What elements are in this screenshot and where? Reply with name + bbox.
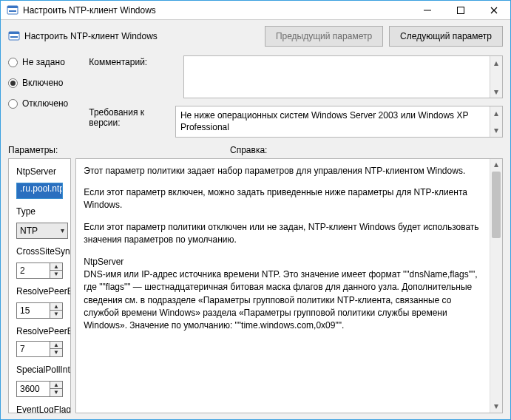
policy-title: Настроить NTP-клиент Windows <box>24 31 259 41</box>
svg-rect-6 <box>9 32 19 34</box>
spin-up-icon[interactable]: ▲ <box>50 303 62 311</box>
help-paragraph: Если этот параметр включен, можно задать… <box>84 186 486 212</box>
resolvepeerbackoffminutes-row: ResolvePeerBackoffMinutes ▲▼ <box>16 286 63 319</box>
scrollbar[interactable]: ▴ ▾ <box>490 106 502 136</box>
scroll-up-icon[interactable]: ▴ <box>490 56 502 69</box>
comment-label: Комментарий: <box>89 55 177 67</box>
type-row: Type NTP ▾ <box>16 206 63 239</box>
spin-up-icon[interactable]: ▲ <box>50 382 62 390</box>
window-controls <box>410 1 510 19</box>
help-text: DNS-имя или IP-адрес источника времени N… <box>84 269 477 331</box>
meta-column: Комментарий: ▴ ▾ Требования к версии: Не… <box>89 55 503 137</box>
scroll-track[interactable] <box>490 172 502 400</box>
spin-down-icon[interactable]: ▼ <box>50 389 62 396</box>
window: Настроить NTP-клиент Windows Настроить N… <box>0 0 511 420</box>
type-value: NTP <box>20 226 38 236</box>
state-label-disabled: Отключено <box>22 98 68 109</box>
spin-down-icon[interactable]: ▼ <box>50 271 62 278</box>
lower-section: NtpServer .ru.pool.ntp.org,0x9 3.ru.pool… <box>1 158 510 419</box>
minimize-button[interactable] <box>410 1 444 19</box>
ntpserver-input[interactable]: .ru.pool.ntp.org,0x9 3.ru.pool.ntp.org,0… <box>16 183 63 199</box>
header-row: Настроить NTP-клиент Windows Предыдущий … <box>1 20 510 55</box>
state-label-not-configured: Не задано <box>22 57 65 67</box>
scrollbar[interactable]: ▴ ▾ <box>490 56 502 98</box>
help-subhead: NtpServer <box>84 257 123 267</box>
upper-section: Не задано Включено Отключено Комментарий… <box>1 55 510 141</box>
svg-rect-7 <box>10 36 18 38</box>
ntpserver-label: NtpServer <box>16 166 56 177</box>
resolvepeerbackoffminutes-label: ResolvePeerBackoffMinutes <box>16 286 71 297</box>
radio-icon <box>8 78 18 88</box>
svg-rect-2 <box>9 10 16 12</box>
specialpollinterval-row: SpecialPollInterval ▲▼ <box>16 365 63 397</box>
type-combobox[interactable]: NTP ▾ <box>16 223 68 239</box>
titlebar: Настроить NTP-клиент Windows <box>1 1 510 20</box>
state-radio-group: Не задано Включено Отключено <box>8 55 89 137</box>
help-paragraph: Если этот параметр политики отключен или… <box>84 221 486 247</box>
spin-up-icon[interactable]: ▲ <box>50 263 62 271</box>
crosssitesyncflags-row: CrossSiteSyncFlags ▲▼ <box>16 246 63 279</box>
spin-down-icon[interactable]: ▼ <box>50 311 62 318</box>
requirements-box: Не ниже операционных систем Windows Serv… <box>175 106 503 137</box>
window-title: Настроить NTP-клиент Windows <box>23 5 410 16</box>
prev-setting-button[interactable]: Предыдущий параметр <box>265 26 383 47</box>
requirements-label: Требования к версии: <box>89 106 169 128</box>
section-labels: Параметры: Справка: <box>1 142 510 158</box>
options-pane: NtpServer .ru.pool.ntp.org,0x9 3.ru.pool… <box>8 158 71 413</box>
radio-icon <box>8 58 18 67</box>
svg-rect-3 <box>424 10 431 10</box>
ntpserver-row: NtpServer .ru.pool.ntp.org,0x9 3.ru.pool… <box>16 166 63 199</box>
scroll-down-icon[interactable]: ▾ <box>490 124 502 137</box>
resolvepeerbackoffminutes-input[interactable] <box>17 303 50 318</box>
state-label-enabled: Включено <box>22 78 63 88</box>
eventlogflags-row: EventLogFlags ▲▼ <box>16 404 63 413</box>
state-radio-enabled[interactable]: Включено <box>8 78 89 88</box>
help-heading: Справка: <box>230 145 503 155</box>
comment-row: Комментарий: ▴ ▾ <box>89 55 503 98</box>
scrollbar[interactable]: ▴ ▾ <box>490 159 502 413</box>
svg-rect-1 <box>7 6 18 8</box>
help-pane: Этот параметр политики задает набор пара… <box>75 158 503 413</box>
radio-icon <box>8 99 18 109</box>
crosssitesyncflags-spinner[interactable]: ▲▼ <box>16 262 63 279</box>
close-button[interactable] <box>477 1 510 19</box>
eventlogflags-label: EventLogFlags <box>16 404 71 413</box>
options-heading: Параметры: <box>8 145 230 155</box>
scroll-down-icon[interactable]: ▾ <box>490 85 502 98</box>
state-radio-disabled[interactable]: Отключено <box>8 98 89 109</box>
resolvepeerbackoffmaxtimes-row: ▲▼ <box>16 341 63 357</box>
app-icon <box>7 4 18 16</box>
requirements-text: Не ниже операционных систем Windows Serv… <box>180 110 468 132</box>
resolvepeerbackoffmaxtimes-spinner[interactable]: ▲▼ <box>16 341 63 357</box>
resolvepeerbackoffmaxtimes-label: ResolvePeerBackoffMaxTimes <box>16 326 63 336</box>
crosssitesyncflags-input[interactable] <box>17 263 50 278</box>
comment-textarea[interactable]: ▴ ▾ <box>183 55 503 98</box>
type-label: Type <box>16 206 35 217</box>
help-paragraph: Этот параметр политики задает набор пара… <box>84 165 486 177</box>
resolvepeerbackoffmaxtimes-input[interactable] <box>17 342 50 356</box>
scroll-up-icon[interactable]: ▴ <box>490 159 502 172</box>
resolvepeerbackoffminutes-spinner[interactable]: ▲▼ <box>16 302 63 319</box>
maximize-button[interactable] <box>444 1 477 19</box>
state-radio-not-configured[interactable]: Не задано <box>8 57 89 67</box>
crosssitesyncflags-label: CrossSiteSyncFlags <box>16 246 71 257</box>
specialpollinterval-input[interactable] <box>17 382 50 396</box>
scroll-down-icon[interactable]: ▾ <box>490 400 502 413</box>
svg-rect-4 <box>457 7 464 13</box>
spin-up-icon[interactable]: ▲ <box>50 342 62 350</box>
specialpollinterval-label: SpecialPollInterval <box>16 365 71 375</box>
scroll-thumb[interactable] <box>492 172 501 238</box>
help-paragraph: NtpServer DNS-имя или IP-адрес источника… <box>84 256 486 333</box>
next-setting-button[interactable]: Следующий параметр <box>389 26 503 47</box>
requirements-row: Требования к версии: Не ниже операционны… <box>89 106 503 137</box>
policy-icon <box>8 30 20 42</box>
spin-down-icon[interactable]: ▼ <box>50 349 62 356</box>
scroll-up-icon[interactable]: ▴ <box>490 106 502 119</box>
chevron-down-icon: ▾ <box>61 226 64 234</box>
specialpollinterval-spinner[interactable]: ▲▼ <box>16 381 63 397</box>
